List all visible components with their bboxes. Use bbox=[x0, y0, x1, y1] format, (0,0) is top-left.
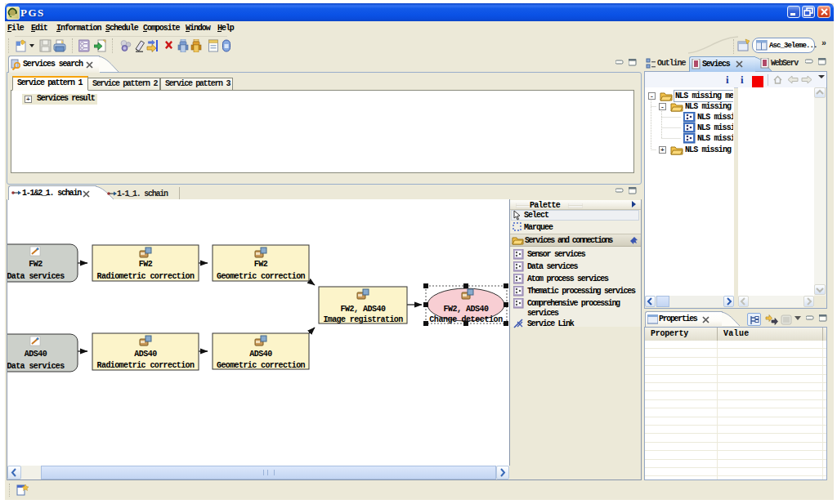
svg-text:FW2, ADS40: FW2, ADS40 bbox=[443, 305, 489, 314]
svg-text:Geometric correction: Geometric correction bbox=[217, 361, 306, 370]
svg-text:FW2: FW2 bbox=[29, 260, 43, 269]
svg-text:Data services: Data services bbox=[7, 272, 65, 281]
svg-text:FW2, ADS40: FW2, ADS40 bbox=[340, 305, 386, 314]
svg-text:Radiometric correction: Radiometric correction bbox=[97, 361, 195, 370]
svg-text:Image registration: Image registration bbox=[323, 315, 403, 324]
svg-text:Radiometric correction: Radiometric correction bbox=[97, 272, 195, 281]
svg-text:ADS40: ADS40 bbox=[134, 350, 157, 359]
svg-text:ADS40: ADS40 bbox=[25, 350, 47, 359]
svg-text:Data services: Data services bbox=[7, 362, 65, 371]
svg-text:Geometric correction: Geometric correction bbox=[217, 272, 306, 281]
svg-text:FW2: FW2 bbox=[139, 260, 153, 269]
svg-text:ADS40: ADS40 bbox=[249, 350, 272, 359]
svg-text:FW2: FW2 bbox=[254, 260, 268, 269]
